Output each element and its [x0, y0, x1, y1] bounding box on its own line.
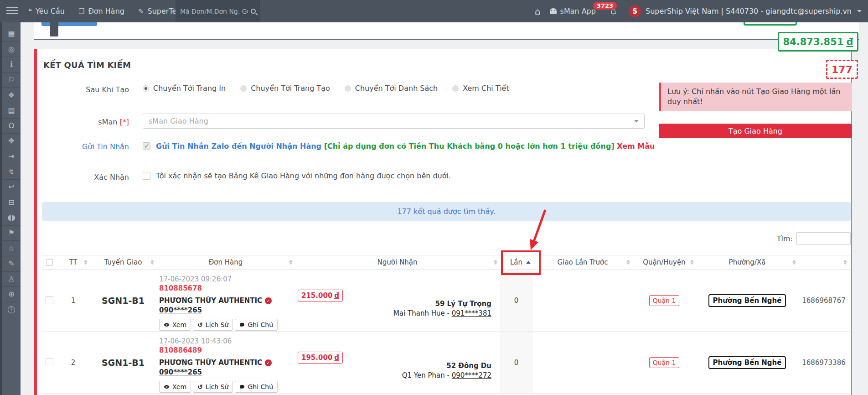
history-button[interactable]: ↺ Lịch Sử — [193, 319, 233, 331]
sort-icon — [792, 260, 796, 265]
sidebar-item-globe[interactable]: ⊕ — [2, 286, 21, 302]
header-tt[interactable]: TT — [57, 255, 90, 269]
sman-select[interactable]: sMan Giao Hàng — [143, 114, 645, 129]
main-menu: ❝ Yêu Cầu ❐ Đơn Hàng ✎ SuperTek — [28, 0, 181, 22]
sidebar-item-signpost[interactable]: ⚑ — [2, 225, 21, 241]
header-label: Lần — [510, 258, 522, 266]
view-sample-link[interactable]: Xem Mẫu — [617, 142, 655, 151]
header-timestamp[interactable] — [798, 255, 849, 269]
route-code: SGN1-B1 — [90, 332, 156, 393]
radio-list-page[interactable]: Chuyển Tới Danh Sách — [345, 84, 438, 93]
account-label: SuperShip Việt Nam | S440730 - giangdtc@… — [646, 7, 852, 16]
header-order[interactable]: Đơn Hàng — [156, 255, 295, 269]
home-icon[interactable]: ⌂ — [535, 6, 541, 17]
district-badge: Quận 1 — [649, 295, 680, 306]
sidebar-item-undo[interactable]: ↩ — [2, 179, 21, 195]
sidebar-item-expand[interactable]: ✥ — [2, 133, 21, 149]
shop-phone-link[interactable]: 090****265 — [159, 368, 202, 376]
sidebar-item-user[interactable]: ♙ — [2, 271, 21, 287]
shop-phone-link[interactable]: 090****265 — [159, 306, 202, 314]
sidebar-item-comments[interactable]: ◖◗ — [2, 210, 21, 225]
receiver-phone-link[interactable]: 091****381 — [452, 309, 491, 317]
header-ward[interactable]: Phường/Xã — [696, 255, 798, 269]
account-menu[interactable]: S SuperShip Việt Nam | S440730 - giangdt… — [629, 5, 862, 17]
select-all-checkbox[interactable] — [46, 259, 53, 266]
table-row: 2 SGN1-B1 17-06-2023 10:43:06 810886489 … — [42, 332, 851, 394]
table-filter-row: Tìm: — [42, 232, 851, 245]
view-button-label: Xem — [172, 321, 186, 328]
sidebar-item-wallet[interactable]: ⊟ — [2, 195, 21, 210]
sidebar-item-edit[interactable]: ✎ — [2, 256, 21, 271]
sidebar-item-notebook[interactable]: ▤ — [2, 103, 21, 118]
search-results-panel: KẾT QUẢ TÌM KIẾM Sau Khi Tạo Chuyển Tới … — [34, 49, 852, 395]
menu-toggle-icon[interactable] — [6, 7, 18, 15]
header-district[interactable]: Quận/Huyện — [632, 255, 696, 269]
receiver-phone-link[interactable]: 090****272 — [452, 371, 491, 379]
sidebar-item-lightbulb[interactable]: Ω — [2, 118, 21, 134]
sman-label: sMan [*] — [37, 118, 129, 126]
history-button[interactable]: ↺ Lịch Sử — [193, 381, 233, 393]
header-previous[interactable]: Giao Lần Trước — [533, 255, 632, 269]
sman-app-link[interactable]: sMan App — [550, 7, 596, 16]
view-button[interactable]: Xem — [159, 381, 191, 393]
timestamp-cell: 1686968767 — [798, 270, 849, 331]
navbar-search-input[interactable] — [180, 8, 248, 15]
sidebar-item-street-view[interactable]: ℹ — [2, 57, 21, 72]
sidebar-item-star[interactable]: ☆ — [2, 240, 21, 256]
message-condition-text: [Chỉ áp dụng đơn có Tiền Thu Khách bằng … — [324, 142, 615, 151]
row-index: 2 — [57, 332, 90, 393]
partial-dark-element — [50, 22, 58, 36]
sort-icon — [494, 260, 497, 265]
receiver-cell: 215.000đ 59 Lý Tự Trọng Mai Thanh Hue - … — [295, 270, 500, 331]
message-main-text: Gửi Tin Nhắn Zalo đến Người Nhận Hàng — [156, 142, 321, 151]
previous-panel-partial — [34, 22, 859, 40]
header-route[interactable]: Tuyến Giao — [90, 255, 156, 269]
filter-input[interactable] — [796, 232, 851, 245]
radio-view-detail[interactable]: Xem Chi Tiết — [452, 84, 509, 93]
note-button[interactable]: Ghi Chú — [235, 319, 278, 331]
header-receiver[interactable]: Người Nhận — [295, 255, 500, 269]
warning-alert: Lưu ý: Chỉ nhấn vào nút Tạo Giao Hàng mộ… — [659, 83, 852, 111]
navbar-right: ⌂ sMan App 3723 S SuperShip Việt Nam | S… — [535, 0, 862, 22]
sidebar-item-flag[interactable]: ⚐ — [2, 72, 21, 88]
nav-requests[interactable]: ❝ Yêu Cầu — [28, 7, 65, 16]
history-icon: ↺ — [197, 322, 203, 328]
receiver-name: Mai Thanh Hue - — [393, 309, 452, 317]
zalo-checkbox[interactable] — [143, 142, 150, 150]
sort-icon — [84, 260, 88, 265]
radio-print-page[interactable]: Chuyển Tới Trang In — [143, 84, 226, 93]
sidebar-item-palette[interactable]: ❖ — [2, 87, 21, 103]
sidebar-item-sign-in[interactable]: ⇥ — [2, 149, 21, 164]
create-delivery-button[interactable]: Tạo Giao Hàng — [659, 124, 852, 138]
sidebar-item-help[interactable]: ? — [2, 302, 21, 317]
header-attempts[interactable]: Lần — [500, 255, 533, 269]
order-code[interactable]: 810886489 — [159, 346, 202, 354]
sidebar-item-apps[interactable]: ▦ — [2, 26, 21, 42]
partial-green-box — [744, 22, 797, 26]
left-sidebar: ▦ ◎ ℹ ⚐ ❖ ▤ Ω ✥ ⇥ ↯ ↩ ⊟ ◖◗ ⚑ ☆ ✎ ♙ ⊕ ? — [0, 22, 21, 395]
sidebar-item-compass[interactable]: ◎ — [2, 42, 21, 57]
sidebar-item-bolt[interactable]: ↯ — [2, 164, 21, 179]
nav-supertek[interactable]: ✎ SuperTek — [138, 7, 181, 16]
order-code[interactable]: 810885678 — [159, 284, 202, 292]
header-label: Đơn Hàng — [209, 258, 243, 266]
notifications[interactable]: 3723 — [608, 4, 620, 19]
verified-icon: ✓ — [265, 359, 272, 366]
view-button[interactable]: Xem — [159, 319, 191, 331]
row-checkbox[interactable] — [46, 296, 53, 304]
confirm-checkbox[interactable] — [143, 172, 150, 180]
android-icon — [550, 8, 557, 14]
app-root: ❝ Yêu Cầu ❐ Đơn Hàng ✎ SuperTek ⌂ sMan A… — [0, 0, 868, 395]
radio-label: Chuyển Tới Trang In — [153, 84, 226, 93]
radio-create-page[interactable]: Chuyển Tới Trang Tạo — [240, 84, 330, 93]
note-button[interactable]: Ghi Chú — [235, 381, 278, 393]
bolt-icon: ↯ — [8, 168, 14, 176]
order-cell: 17-06-2023 09:26:07 810885678 PHƯƠNG THÙ… — [156, 270, 295, 331]
navbar-search — [176, 0, 260, 22]
select-caret-icon — [634, 120, 639, 123]
sort-icon — [289, 260, 293, 265]
nav-orders[interactable]: ❐ Đơn Hàng — [78, 7, 124, 16]
search-icon[interactable] — [251, 9, 256, 14]
header-label: Giao Lần Trước — [558, 258, 608, 266]
row-checkbox[interactable] — [46, 359, 53, 366]
